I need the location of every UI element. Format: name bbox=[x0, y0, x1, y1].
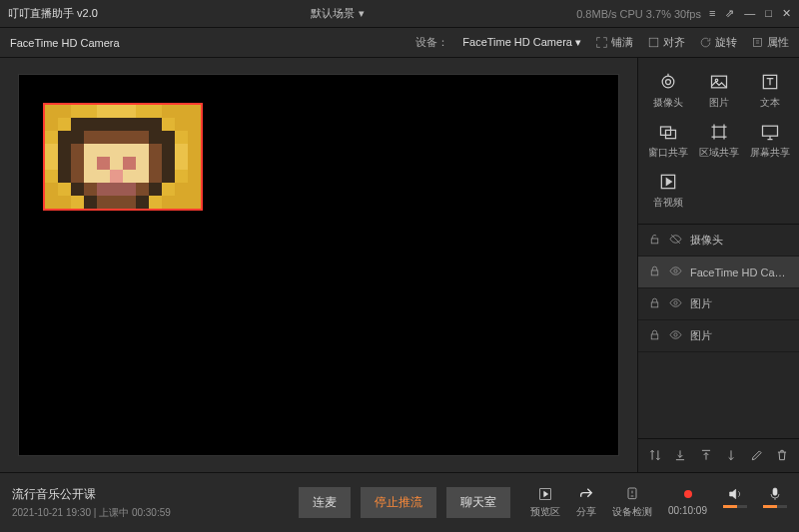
connect-mic-button[interactable]: 连麦 bbox=[299, 487, 351, 518]
pin-icon[interactable]: ⇗ bbox=[725, 7, 734, 20]
class-name: 流行音乐公开课 bbox=[12, 486, 171, 503]
close-icon[interactable]: ✕ bbox=[782, 7, 791, 20]
edit-icon[interactable] bbox=[750, 448, 764, 464]
layer-row[interactable]: FaceTime HD Came… bbox=[638, 257, 799, 288]
sort-icon[interactable] bbox=[648, 448, 662, 464]
device-check-control[interactable]: 设备检测 bbox=[612, 486, 652, 519]
layer-name: FaceTime HD Came… bbox=[690, 266, 789, 278]
layer-list: 摄像头FaceTime HD Came…图片图片 bbox=[638, 224, 799, 438]
svg-point-13 bbox=[674, 269, 677, 272]
visibility-icon[interactable] bbox=[669, 265, 682, 279]
stop-stream-button[interactable]: 停止推流 bbox=[361, 487, 436, 518]
lock-icon[interactable] bbox=[648, 296, 661, 311]
bring-down-icon[interactable] bbox=[724, 448, 738, 464]
preview-canvas[interactable] bbox=[18, 74, 619, 456]
delete-icon[interactable] bbox=[775, 448, 789, 464]
tool-screen[interactable]: 屏幕共享 bbox=[746, 118, 793, 164]
svg-point-3 bbox=[665, 80, 670, 85]
class-meta: 2021-10-21 19:30 | 上课中 00:30:59 bbox=[12, 506, 171, 520]
visibility-icon[interactable] bbox=[669, 233, 682, 248]
record-control[interactable]: 00:10:09 bbox=[668, 486, 707, 519]
chatroom-button[interactable]: 聊天室 bbox=[446, 487, 510, 518]
move-down-icon[interactable] bbox=[673, 448, 687, 464]
titlebar: 叮叮直播助手 v2.0 默认场景▾ 0.8MB/s CPU 3.7% 30fps… bbox=[0, 0, 799, 28]
mic-control[interactable] bbox=[763, 486, 787, 519]
layer-name: 摄像头 bbox=[690, 233, 789, 248]
tool-region[interactable]: 区域共享 bbox=[695, 118, 742, 164]
svg-rect-14 bbox=[651, 302, 658, 307]
preview-control[interactable]: 预览区 bbox=[530, 486, 560, 519]
camera-frame[interactable] bbox=[43, 103, 203, 211]
svg-point-2 bbox=[662, 76, 674, 88]
menu-icon[interactable]: ≡ bbox=[709, 7, 715, 20]
source-name: FaceTime HD Camera bbox=[10, 37, 120, 49]
share-control[interactable]: 分享 bbox=[576, 486, 596, 519]
props-button[interactable]: 属性 bbox=[751, 35, 789, 50]
layer-name: 图片 bbox=[690, 296, 789, 311]
sidebar: 摄像头 图片 文本 窗口共享 区域共享 屏幕共享 音视频 摄像头FaceTime… bbox=[637, 58, 799, 472]
svg-rect-9 bbox=[762, 126, 777, 136]
tool-audiovideo[interactable]: 音视频 bbox=[644, 168, 691, 214]
stream-stats: 0.8MB/s CPU 3.7% 30fps bbox=[576, 8, 701, 20]
tool-camera[interactable]: 摄像头 bbox=[644, 68, 691, 114]
svg-point-17 bbox=[674, 333, 677, 336]
layer-row[interactable]: 图片 bbox=[638, 288, 799, 320]
scene-selector[interactable]: 默认场景▾ bbox=[98, 6, 576, 21]
app-title: 叮叮直播助手 v2.0 bbox=[8, 6, 98, 21]
visibility-icon[interactable] bbox=[669, 328, 682, 343]
move-up-icon[interactable] bbox=[699, 448, 713, 464]
svg-rect-0 bbox=[649, 38, 658, 47]
speaker-control[interactable] bbox=[723, 486, 747, 519]
svg-point-20 bbox=[684, 490, 692, 498]
maximize-icon[interactable]: □ bbox=[765, 7, 772, 20]
tool-image[interactable]: 图片 bbox=[695, 68, 742, 114]
layer-actions bbox=[638, 438, 799, 472]
tool-window[interactable]: 窗口共享 bbox=[644, 118, 691, 164]
minimize-icon[interactable]: — bbox=[744, 7, 755, 20]
layer-row[interactable]: 摄像头 bbox=[638, 225, 799, 257]
lock-icon[interactable] bbox=[648, 233, 661, 248]
device-select[interactable]: FaceTime HD Camera ▾ bbox=[462, 36, 581, 49]
lock-icon[interactable] bbox=[648, 265, 661, 279]
svg-rect-16 bbox=[651, 334, 658, 339]
tool-text[interactable]: 文本 bbox=[746, 68, 793, 114]
source-toolbar: FaceTime HD Camera 设备： FaceTime HD Camer… bbox=[0, 28, 799, 58]
svg-rect-12 bbox=[651, 270, 658, 275]
align-button[interactable]: 对齐 bbox=[647, 35, 685, 50]
layer-row[interactable]: 图片 bbox=[638, 320, 799, 352]
svg-point-15 bbox=[674, 301, 677, 304]
layer-name: 图片 bbox=[690, 328, 789, 343]
bottom-bar: 流行音乐公开课 2021-10-21 19:30 | 上课中 00:30:59 … bbox=[0, 472, 799, 532]
svg-rect-21 bbox=[773, 488, 777, 495]
svg-rect-1 bbox=[754, 39, 762, 47]
lock-icon[interactable] bbox=[648, 328, 661, 343]
device-label: 设备： bbox=[415, 35, 448, 50]
fill-button[interactable]: 铺满 bbox=[595, 35, 633, 50]
rotate-button[interactable]: 旋转 bbox=[699, 35, 737, 50]
svg-rect-11 bbox=[651, 239, 658, 244]
canvas-area bbox=[0, 58, 637, 472]
visibility-icon[interactable] bbox=[669, 296, 682, 311]
